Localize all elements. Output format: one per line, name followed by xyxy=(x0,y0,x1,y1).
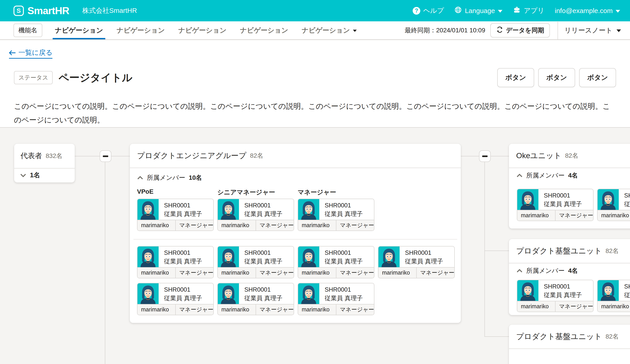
connector-line xyxy=(484,336,509,337)
group-title-row: Okeユニット 82名 xyxy=(509,144,630,168)
collapse-button[interactable] xyxy=(479,150,491,162)
employee-card[interactable]: SHR0001従業員 真理子marimarikoマネージャー xyxy=(517,280,594,312)
connector-line xyxy=(105,162,105,364)
employee-card-top: SHR0001従業員 真理子 xyxy=(378,246,454,268)
help-menu-item[interactable]: ? ヘルプ xyxy=(413,6,444,15)
members-label: 所属メンバー xyxy=(147,174,185,182)
employee-card[interactable]: SHR0001従業員 真理子marimarikoマネージャー xyxy=(298,199,374,231)
action-button-1[interactable]: ボタン xyxy=(497,68,534,87)
nav-tab[interactable]: ナビゲーション xyxy=(172,21,233,39)
nav-tab-label: ナビゲーション xyxy=(240,26,288,35)
chevron-up-icon xyxy=(516,269,523,273)
employee-username: marimariko xyxy=(138,220,176,230)
app-header: S SmartHR 株式会社SmartHR ? ヘルプ Language xyxy=(0,0,630,21)
employee-name: 従業員 真理子 xyxy=(325,210,363,218)
employee-code: SHR0001 xyxy=(544,282,582,291)
employee-username: marimariko xyxy=(218,305,256,315)
action-button-3[interactable]: ボタン xyxy=(579,68,616,87)
employee-code: SHR0001 xyxy=(544,191,582,200)
employee-card[interactable]: SHR0001従業員 真理子marimarikoマネージャー xyxy=(597,280,630,312)
employee-code: SHR0001 xyxy=(244,201,282,210)
release-notes-menu[interactable]: リリースノート xyxy=(564,26,621,35)
employee-username: marimariko xyxy=(517,301,556,312)
employee-card[interactable]: SHR0001従業員 真理子marimarikoマネージャー xyxy=(597,189,630,221)
members-toggle[interactable]: 所属メンバー 4名 xyxy=(516,171,578,180)
employee-username: marimariko xyxy=(598,210,630,221)
nav-tab-label: ナビゲーション xyxy=(116,26,165,35)
employee-code: SHR0001 xyxy=(325,248,363,257)
employee-card-footer: marimarikoマネージャー xyxy=(298,304,374,315)
employee-avatar xyxy=(218,283,239,305)
employee-card-footer: marimarikoマネージャー xyxy=(138,304,213,315)
nav-tab[interactable]: ナビゲーション xyxy=(110,21,172,39)
employee-code: SHR0001 xyxy=(164,248,202,257)
avatar-illustration xyxy=(378,246,400,268)
status-badge: ステータス xyxy=(14,71,53,84)
role-label: マネージャー xyxy=(298,188,336,197)
employee-role: マネージャー xyxy=(176,220,214,230)
employee-card[interactable]: SHR0001従業員 真理子marimarikoマネージャー xyxy=(217,283,294,315)
employee-username: marimariko xyxy=(298,268,336,278)
employee-name: 従業員 真理子 xyxy=(544,291,582,299)
employee-role: マネージャー xyxy=(256,220,294,230)
nav-tabs: ナビゲーションナビゲーションナビゲーションナビゲーションナビゲーション xyxy=(48,21,364,39)
nav-tab-label: ナビゲーション xyxy=(178,26,226,35)
employee-role: マネージャー xyxy=(176,305,214,315)
page-actions: ボタン ボタン ボタン xyxy=(497,68,616,87)
action-button-2[interactable]: ボタン xyxy=(538,68,575,87)
employee-name: 従業員 真理子 xyxy=(325,257,363,266)
employee-card[interactable]: SHR0001従業員 真理子marimarikoマネージャー xyxy=(137,246,214,278)
employee-code: SHR0001 xyxy=(325,285,363,294)
nav-tab[interactable]: ナビゲーション xyxy=(295,21,364,39)
avatar-illustration xyxy=(218,199,239,220)
nav-tab[interactable]: ナビゲーション xyxy=(233,21,295,39)
group-title: プロダクト基盤ユニット xyxy=(516,332,602,342)
collapse-button[interactable] xyxy=(100,150,112,162)
employee-card-top: SHR0001従業員 真理子 xyxy=(598,189,630,210)
members-count: 4名 xyxy=(568,171,578,180)
employee-card-footer: marimarikoマネージャー xyxy=(598,301,630,312)
org-node-representative: 代表者 832名 1名 xyxy=(14,144,75,182)
employee-card[interactable]: SHR0001従業員 真理子marimarikoマネージャー xyxy=(378,246,455,278)
employee-card-top: SHR0001従業員 真理子 xyxy=(517,189,593,210)
sync-data-button[interactable]: データを同期 xyxy=(490,23,550,37)
employee-card[interactable]: SHR0001従業員 真理子marimarikoマネージャー xyxy=(298,246,374,278)
members-label: 所属メンバー xyxy=(526,266,564,275)
employee-card[interactable]: SHR0001従業員 真理子marimarikoマネージャー xyxy=(298,283,374,315)
employee-name: 従業員 真理子 xyxy=(244,210,282,218)
employee-card[interactable]: SHR0001従業員 真理子marimarikoマネージャー xyxy=(217,199,294,231)
employee-card-footer: marimarikoマネージャー xyxy=(138,267,213,278)
members-toggle[interactable]: 所属メンバー 4名 xyxy=(516,266,578,275)
language-menu-item[interactable]: Language xyxy=(454,6,502,15)
toolbox-icon xyxy=(513,6,521,15)
employee-card[interactable]: SHR0001従業員 真理子marimarikoマネージャー xyxy=(217,246,294,278)
employee-card-footer: marimarikoマネージャー xyxy=(218,267,294,278)
employee-role: マネージャー xyxy=(417,268,454,278)
employee-role: マネージャー xyxy=(176,268,214,278)
employee-code: SHR0001 xyxy=(164,285,202,294)
smarthr-logo[interactable]: S SmartHR xyxy=(14,5,69,17)
back-to-list-link[interactable]: 一覧に戻る xyxy=(9,48,52,59)
company-name: 株式会社SmartHR xyxy=(82,6,137,15)
rep-collapse-toggle[interactable]: 1名 xyxy=(14,169,75,182)
employee-username: marimariko xyxy=(517,210,556,221)
rep-title: 代表者 xyxy=(20,151,42,161)
last-sync-label: 最終同期：2024/01/01 10:09 xyxy=(405,26,485,35)
employee-card[interactable]: SHR0001従業員 真理子marimarikoマネージャー xyxy=(137,283,214,315)
group-count: 82名 xyxy=(565,152,578,160)
nav-divider xyxy=(558,21,558,40)
page-description: このページについての説明。このページについての説明。このページについての説明。こ… xyxy=(14,99,612,127)
employee-card-top: SHR0001従業員 真理子 xyxy=(138,283,213,305)
employee-card[interactable]: SHR0001従業員 真理子marimarikoマネージャー xyxy=(517,189,594,221)
employee-card-top: SHR0001従業員 真理子 xyxy=(298,246,374,268)
employee-card[interactable]: SHR0001従業員 真理子marimarikoマネージャー xyxy=(137,199,214,231)
account-menu-item[interactable]: info@example.com xyxy=(555,7,620,14)
nav-tab[interactable]: ナビゲーション xyxy=(48,21,110,39)
members-toggle[interactable]: 所属メンバー 10名 xyxy=(137,174,202,182)
employee-name: 従業員 真理子 xyxy=(405,257,443,266)
employee-role: マネージャー xyxy=(256,305,294,315)
apps-menu-item[interactable]: アプリ xyxy=(513,6,544,15)
group-title: プロダクト基盤ユニット xyxy=(516,246,602,256)
employee-role: マネージャー xyxy=(556,210,593,221)
group-title: Okeユニット xyxy=(516,151,562,161)
